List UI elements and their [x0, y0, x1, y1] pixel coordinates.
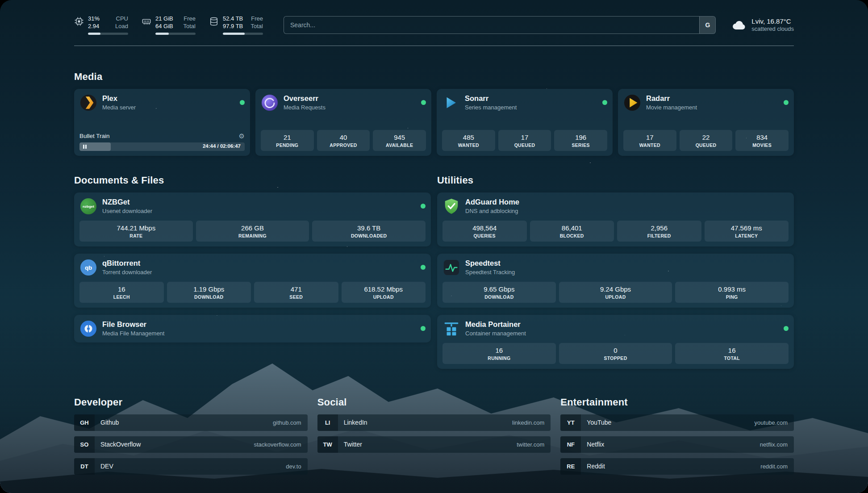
- service-name: Media Portainer: [465, 320, 526, 329]
- stat-queued: 22 QUEUED: [680, 130, 733, 151]
- resource-widget-disk: 52.4 TBFree 97.9 TBTotal: [209, 15, 263, 35]
- stat-value: 498,564: [444, 224, 525, 232]
- weather-widget: Lviv, 16.87°C scattered clouds: [731, 17, 794, 33]
- weather-location: Lviv, 16.87°C: [751, 17, 794, 25]
- search-bar[interactable]: G: [284, 16, 716, 34]
- bookmark-url: netflix.com: [760, 441, 794, 448]
- playback-progress-bar: 24:44 / 02:06:47: [79, 142, 245, 151]
- ram-icon: [142, 17, 151, 26]
- stat-queries: 498,564 QUERIES: [442, 221, 527, 242]
- section-utilities: Utilities AdGuard Home DNS and adblockin…: [437, 175, 794, 369]
- section-title-documents: Documents & Files: [74, 175, 431, 186]
- qbittorrent-icon: qb: [79, 259, 97, 276]
- stat-label: QUEUED: [500, 142, 550, 148]
- stat-seed: 471 SEED: [254, 282, 338, 303]
- bookmark-abbr: LI: [317, 414, 338, 431]
- service-card-qbittorrent[interactable]: qb qBittorrent Torrent downloader 16 LEE…: [74, 254, 431, 308]
- bookmark-github[interactable]: GH Github github.com: [74, 414, 308, 431]
- resource-value-top: 31%: [88, 15, 100, 23]
- stat-label: DOWNLOADED: [314, 233, 424, 238]
- stat-label: PING: [677, 294, 787, 300]
- stat-value: 17: [625, 134, 675, 141]
- service-card-filebrowser[interactable]: File Browser Media File Management: [74, 315, 431, 343]
- resource-label-top: Free: [184, 15, 196, 23]
- stat-series: 196 SERIES: [554, 130, 607, 151]
- service-name: File Browser: [102, 320, 164, 329]
- resource-progress-bar: [88, 33, 128, 35]
- bookmarks: Developer GH Github github.com SO StackO…: [74, 397, 794, 493]
- status-dot: [784, 100, 789, 105]
- stat-latency: 47.569 ms LATENCY: [705, 221, 789, 242]
- bookmark-name: DEV: [95, 463, 113, 470]
- search-input[interactable]: [284, 17, 699, 33]
- service-name: Radarr: [646, 94, 697, 103]
- stat-label: FILTERED: [619, 233, 700, 238]
- portainer-icon: [442, 320, 460, 338]
- stat-downloaded: 39.6 TB DOWNLOADED: [312, 221, 426, 242]
- sonarr-icon: [442, 94, 460, 112]
- service-card-radarr[interactable]: Radarr Movie management 17 WANTED 22 QUE…: [618, 89, 794, 156]
- bookmark-group-entertainment: Entertainment YT YouTube youtube.com NF …: [560, 397, 794, 475]
- bookmark-abbr: GH: [74, 414, 95, 431]
- service-stats: 17 WANTED 22 QUEUED 834 MOVIES: [623, 125, 789, 151]
- bookmark-abbr: TW: [317, 436, 338, 453]
- stat-label: DOWNLOAD: [169, 294, 250, 300]
- stat-label: WANTED: [444, 142, 493, 148]
- bookmark-twitter[interactable]: TW Twitter twitter.com: [317, 436, 551, 453]
- service-card-nzbget[interactable]: nzbget NZBGet Usenet downloader 744.21 M…: [74, 192, 431, 246]
- service-stats: 485 WANTED 17 QUEUED 196 SERIES: [442, 125, 607, 151]
- stat-label: SEED: [256, 294, 337, 300]
- status-dot: [784, 326, 789, 331]
- resource-widget-memory: 21 GiBFree 64 GiBTotal: [142, 15, 196, 35]
- documents-cards: nzbget NZBGet Usenet downloader 744.21 M…: [74, 192, 431, 343]
- bookmark-group-title-social: Social: [317, 397, 551, 408]
- bookmark-url: reddit.com: [760, 463, 794, 470]
- resource-value-bottom: 2.94: [88, 23, 99, 30]
- service-card-portainer[interactable]: Media Portainer Container management 16 …: [437, 315, 794, 369]
- stat-value: 744.21 Mbps: [81, 224, 191, 232]
- service-description: Media server: [102, 104, 136, 111]
- stat-label: STOPPED: [561, 355, 671, 361]
- bookmark-reddit[interactable]: RE Reddit reddit.com: [560, 458, 794, 475]
- status-dot: [421, 100, 426, 105]
- bookmark-group-title-entertainment: Entertainment: [560, 397, 794, 408]
- service-stats: 21 PENDING 40 APPROVED 945 AVAILABLE: [261, 125, 426, 151]
- gear-icon[interactable]: ⚙: [239, 133, 245, 139]
- service-card-sonarr[interactable]: Sonarr Series management 485 WANTED 17 Q…: [437, 89, 613, 156]
- bookmark-linkedin[interactable]: LI LinkedIn linkedin.com: [317, 414, 551, 431]
- stat-value: 16: [81, 285, 162, 293]
- bookmark-youtube[interactable]: YT YouTube youtube.com: [560, 414, 794, 431]
- service-card-speedtest[interactable]: Speedtest Speedtest Tracking 9.65 Gbps D…: [437, 254, 794, 308]
- bookmark-abbr: RE: [560, 458, 581, 475]
- bookmark-group-developer: Developer GH Github github.com SO StackO…: [74, 397, 308, 475]
- stat-download: 1.19 Gbps DOWNLOAD: [167, 282, 251, 303]
- stat-value: 945: [375, 134, 424, 141]
- plex-icon: [79, 94, 97, 112]
- bookmark-dev[interactable]: DT DEV dev.to: [74, 458, 308, 475]
- bookmark-abbr: YT: [560, 414, 581, 431]
- stat-value: 266 GB: [198, 224, 308, 232]
- stat-value: 16: [444, 347, 554, 354]
- stat-label: AVAILABLE: [375, 142, 424, 148]
- service-card-adguard[interactable]: AdGuard Home DNS and adblocking 498,564 …: [437, 192, 794, 246]
- service-card-overseerr[interactable]: Overseerr Media Requests 21 PENDING 40 A…: [255, 89, 431, 156]
- bookmark-group-social: Social LI LinkedIn linkedin.com TW Twitt…: [317, 397, 551, 475]
- svg-text:nzbget: nzbget: [83, 205, 94, 209]
- now-playing-title: Bullet Train: [79, 133, 110, 139]
- service-description: Media Requests: [284, 104, 326, 111]
- section-title-utilities: Utilities: [437, 175, 794, 186]
- pause-icon: [83, 145, 87, 149]
- search-provider-button[interactable]: G: [699, 17, 715, 33]
- stat-wanted: 17 WANTED: [623, 130, 676, 151]
- status-dot: [240, 100, 245, 105]
- stat-value: 9.24 Gbps: [561, 285, 671, 293]
- service-description: Torrent downloader: [102, 269, 152, 276]
- stat-wanted: 485 WANTED: [442, 130, 495, 151]
- bookmark-stackoverflow[interactable]: SO StackOverflow stackoverflow.com: [74, 436, 308, 453]
- stat-value: 834: [737, 134, 787, 141]
- bookmark-netflix[interactable]: NF Netflix netflix.com: [560, 436, 794, 453]
- service-name: Overseerr: [284, 94, 326, 103]
- service-card-plex[interactable]: Plex Media server Bullet Train ⚙ 24:44 /…: [74, 89, 250, 156]
- bookmark-name: LinkedIn: [338, 419, 367, 426]
- stat-label: WANTED: [625, 142, 675, 148]
